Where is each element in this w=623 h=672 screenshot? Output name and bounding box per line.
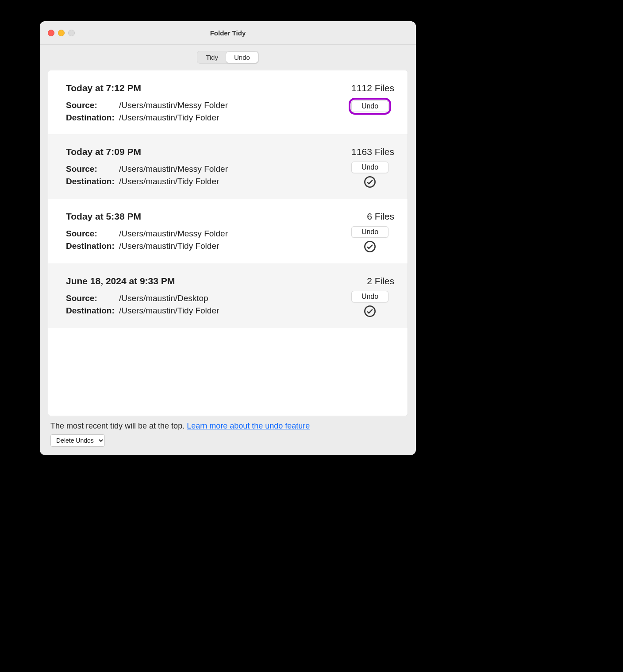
destination-path: /Users/maustin/Tidy Folder <box>119 113 346 123</box>
undo-entry: Today at 7:09 PM1163 FilesSource:/Users/… <box>48 134 408 199</box>
entry-actions: Undo <box>346 162 394 190</box>
entry-actions: Undo <box>346 98 394 125</box>
source-path: /Users/maustin/Desktop <box>119 294 346 303</box>
source-label: Source: <box>66 229 119 239</box>
entry-destination-row: Destination:/Users/maustin/Tidy Folder <box>66 113 346 123</box>
tab-undo[interactable]: Undo <box>226 52 258 63</box>
delete-undos-select[interactable]: Delete Undos <box>50 434 105 447</box>
entry-paths: Source:/Users/maustin/Messy FolderDestin… <box>66 98 346 125</box>
entry-header: Today at 7:09 PM1163 Files <box>66 147 394 157</box>
undo-entry: Today at 5:38 PM6 FilesSource:/Users/mau… <box>48 199 408 263</box>
entry-paths: Source:/Users/maustin/DesktopDestination… <box>66 291 346 319</box>
entry-filecount: 2 Files <box>367 276 394 286</box>
minimize-icon[interactable] <box>58 30 65 36</box>
destination-label: Destination: <box>66 177 119 186</box>
entry-header: Today at 5:38 PM6 Files <box>66 211 394 222</box>
entry-body: Source:/Users/maustin/DesktopDestination… <box>66 291 394 319</box>
entry-source-row: Source:/Users/maustin/Messy Folder <box>66 100 346 110</box>
source-label: Source: <box>66 294 119 303</box>
entry-timestamp: June 18, 2024 at 9:33 PM <box>66 276 175 286</box>
destination-path: /Users/maustin/Tidy Folder <box>119 177 346 186</box>
entry-paths: Source:/Users/maustin/Messy FolderDestin… <box>66 162 346 190</box>
entry-body: Source:/Users/maustin/Messy FolderDestin… <box>66 162 394 190</box>
undo-button[interactable]: Undo <box>351 226 388 238</box>
entry-body: Source:/Users/maustin/Messy FolderDestin… <box>66 98 394 125</box>
destination-path: /Users/maustin/Tidy Folder <box>119 306 346 316</box>
entry-timestamp: Today at 5:38 PM <box>66 211 141 222</box>
entry-source-row: Source:/Users/maustin/Desktop <box>66 294 346 303</box>
destination-label: Destination: <box>66 241 119 251</box>
entry-paths: Source:/Users/maustin/Messy FolderDestin… <box>66 226 346 255</box>
undo-entry: Today at 7:12 PM1112 FilesSource:/Users/… <box>48 70 408 134</box>
undo-entry: June 18, 2024 at 9:33 PM2 FilesSource:/U… <box>48 263 408 328</box>
window-title: Folder Tidy <box>210 29 246 37</box>
entry-header: June 18, 2024 at 9:33 PM2 Files <box>66 276 394 286</box>
undo-button[interactable]: Undo <box>351 100 388 112</box>
segmented-control: Tidy Undo <box>197 51 259 64</box>
entry-destination-row: Destination:/Users/maustin/Tidy Folder <box>66 177 346 186</box>
source-path: /Users/maustin/Messy Folder <box>119 229 346 239</box>
footer-text: The most recent tidy will be at the top.… <box>40 416 416 431</box>
source-label: Source: <box>66 164 119 174</box>
source-label: Source: <box>66 100 119 110</box>
highlight-ring: Undo <box>349 98 391 115</box>
undo-button[interactable]: Undo <box>351 162 388 173</box>
entry-source-row: Source:/Users/maustin/Messy Folder <box>66 229 346 239</box>
tab-tidy[interactable]: Tidy <box>198 52 226 63</box>
entry-filecount: 1112 Files <box>351 83 394 93</box>
entry-actions: Undo <box>346 226 394 255</box>
destination-label: Destination: <box>66 113 119 123</box>
undo-list: Today at 7:12 PM1112 FilesSource:/Users/… <box>48 70 408 416</box>
entry-filecount: 1163 Files <box>351 147 394 157</box>
entry-destination-row: Destination:/Users/maustin/Tidy Folder <box>66 241 346 251</box>
tabs-row: Tidy Undo <box>40 45 416 64</box>
check-icon <box>364 240 376 255</box>
traffic-lights <box>48 30 75 36</box>
close-icon[interactable] <box>48 30 54 36</box>
check-icon <box>364 305 376 319</box>
destination-label: Destination: <box>66 306 119 316</box>
entry-destination-row: Destination:/Users/maustin/Tidy Folder <box>66 306 346 316</box>
entry-timestamp: Today at 7:09 PM <box>66 147 141 157</box>
titlebar: Folder Tidy <box>40 21 416 45</box>
source-path: /Users/maustin/Messy Folder <box>119 164 346 174</box>
undo-button[interactable]: Undo <box>351 291 388 302</box>
entry-timestamp: Today at 7:12 PM <box>66 83 141 93</box>
source-path: /Users/maustin/Messy Folder <box>119 100 346 110</box>
footer-hint: The most recent tidy will be at the top. <box>50 421 187 430</box>
learn-more-link[interactable]: Learn more about the undo feature <box>187 421 310 430</box>
destination-path: /Users/maustin/Tidy Folder <box>119 241 346 251</box>
check-icon <box>364 176 376 190</box>
app-window: Folder Tidy Tidy Undo Today at 7:12 PM11… <box>40 21 416 455</box>
entry-body: Source:/Users/maustin/Messy FolderDestin… <box>66 226 394 255</box>
zoom-icon <box>68 30 75 36</box>
entry-header: Today at 7:12 PM1112 Files <box>66 83 394 93</box>
entry-source-row: Source:/Users/maustin/Messy Folder <box>66 164 346 174</box>
entry-filecount: 6 Files <box>367 211 394 222</box>
entry-actions: Undo <box>346 291 394 319</box>
